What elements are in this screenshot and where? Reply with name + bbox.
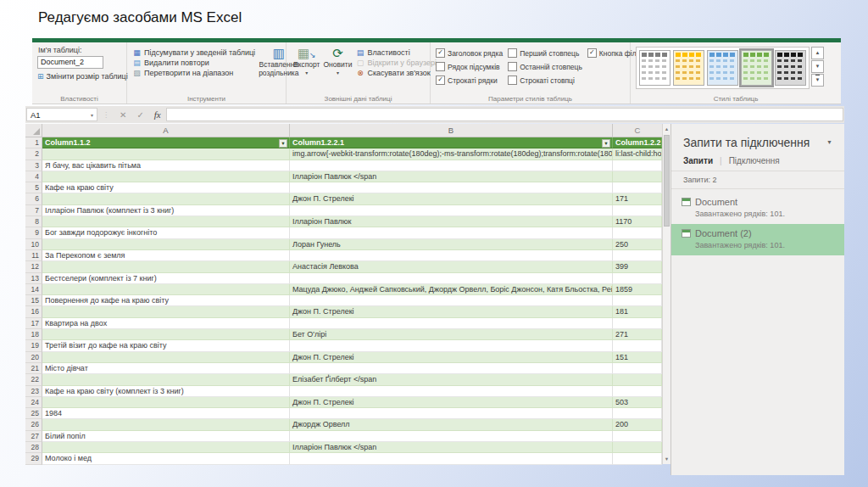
cell-a[interactable]: Бог завжди подорожує інкогніто: [42, 227, 290, 238]
row-number[interactable]: 2: [25, 148, 42, 160]
cell-b[interactable]: [290, 295, 613, 306]
cell-a[interactable]: [42, 419, 290, 430]
row-number[interactable]: 17: [25, 318, 42, 329]
row-number[interactable]: 12: [25, 261, 42, 272]
gallery-scroll-down-button[interactable]: ▼: [811, 60, 824, 73]
column-header-b[interactable]: B: [290, 124, 613, 137]
cell-b[interactable]: [290, 205, 613, 216]
cell-b[interactable]: Ілларіон Павлюк </span: [290, 442, 613, 453]
cell-c[interactable]: Column1.2.2.2.1: [613, 137, 662, 148]
table-properties-button[interactable]: ▤ Властивості: [355, 48, 436, 57]
cell-a[interactable]: За Перекопом є земля: [42, 250, 290, 261]
refresh-button[interactable]: ⟳ Оновити ▾: [322, 46, 354, 92]
cell-b[interactable]: Анастасія Левкова: [290, 261, 613, 272]
vertical-scrollbar[interactable]: ▲ ▼: [662, 124, 670, 464]
cell-b[interactable]: [290, 182, 613, 193]
scrollbar-thumb[interactable]: [664, 135, 670, 227]
cell-b[interactable]: [290, 363, 613, 374]
row-number[interactable]: 1: [25, 137, 42, 148]
row-number[interactable]: 9: [25, 227, 42, 238]
table-style-black[interactable]: [775, 50, 806, 86]
table-style-green[interactable]: [741, 50, 772, 86]
row-number[interactable]: 4: [25, 171, 42, 182]
cell-a[interactable]: [42, 284, 290, 295]
cell-b[interactable]: [290, 408, 613, 419]
scroll-up-arrow-icon[interactable]: ▲: [663, 124, 670, 134]
cell-a[interactable]: Кафе на краю світу (комплект із 3 книг): [42, 386, 290, 397]
cell-c[interactable]: 200: [613, 419, 662, 430]
row-number[interactable]: 19: [25, 340, 42, 351]
cell-a[interactable]: Квартира на двох: [42, 318, 290, 329]
cell-c[interactable]: li:last-child:hove: [613, 148, 662, 160]
column-header-a[interactable]: A: [42, 124, 290, 137]
row-number[interactable]: 21: [25, 363, 42, 374]
row-number[interactable]: 25: [25, 408, 42, 419]
cell-c[interactable]: 399: [613, 261, 662, 272]
row-number[interactable]: 23: [25, 386, 42, 397]
cell-b[interactable]: Лоран Гунель: [290, 239, 613, 250]
checkbox-unchecked-icon[interactable]: [436, 62, 445, 71]
cell-a[interactable]: Молоко і мед: [42, 453, 290, 464]
enter-icon[interactable]: ✓: [136, 110, 143, 120]
cell-c[interactable]: [613, 273, 662, 284]
checkbox-checked-icon[interactable]: ✓: [587, 48, 597, 58]
cell-a[interactable]: Білий попіл: [42, 431, 290, 442]
style-option-checkbox[interactable]: ✓Заголовок рядка: [436, 48, 503, 58]
cell-b[interactable]: [290, 340, 613, 351]
cell-c[interactable]: [613, 386, 662, 397]
cell-b[interactable]: Джон П. Стрелекі: [290, 193, 613, 204]
cell-c[interactable]: [613, 295, 662, 306]
cell-a[interactable]: [42, 306, 290, 317]
cell-b[interactable]: Джон П. Стрелекі: [290, 397, 613, 408]
row-number[interactable]: 10: [25, 239, 42, 250]
cell-b[interactable]: Джордж Орвелл: [290, 419, 613, 430]
table-style-yellow[interactable]: [673, 50, 704, 86]
cell-a[interactable]: [42, 171, 290, 182]
row-number[interactable]: 7: [25, 205, 42, 216]
select-all-corner[interactable]: [25, 124, 42, 137]
cell-b[interactable]: [290, 160, 613, 171]
filter-dropdown-icon[interactable]: ▼: [602, 139, 610, 148]
cell-a[interactable]: [42, 193, 290, 204]
row-number[interactable]: 3: [25, 160, 42, 171]
checkbox-unchecked-icon[interactable]: [508, 62, 517, 71]
formula-input[interactable]: [166, 108, 843, 121]
row-number[interactable]: 18: [25, 329, 42, 340]
cell-a[interactable]: Місто дівчат: [42, 363, 290, 374]
cell-c[interactable]: 151: [613, 352, 662, 363]
cell-a[interactable]: [42, 329, 290, 340]
cell-a[interactable]: Бестселери (комплект із 7 книг): [42, 273, 290, 284]
insert-function-icon[interactable]: fx: [154, 109, 161, 120]
cell-c[interactable]: [613, 182, 662, 193]
row-number[interactable]: 28: [25, 442, 42, 453]
cell-b[interactable]: [290, 386, 613, 397]
cell-a[interactable]: [42, 352, 290, 363]
style-option-checkbox[interactable]: Строкаті стовпці: [508, 76, 582, 85]
table-style-blue[interactable]: [707, 50, 738, 86]
table-name-input[interactable]: Document_2: [37, 56, 103, 69]
row-number[interactable]: 16: [25, 306, 42, 317]
checkbox-unchecked-icon[interactable]: [508, 76, 517, 85]
cell-c[interactable]: 250: [613, 239, 662, 250]
tab-queries[interactable]: Запити: [683, 156, 713, 165]
column-header-c[interactable]: C: [613, 124, 662, 137]
checkbox-checked-icon[interactable]: ✓: [436, 76, 445, 85]
cell-c[interactable]: [613, 431, 662, 442]
cell-b[interactable]: Ілларіон Павлюк: [290, 216, 613, 227]
cell-b[interactable]: Ілларіон Павлюк </span: [290, 171, 613, 182]
cell-b[interactable]: img.arrow{-webkit-transform:rotate(180de…: [290, 148, 613, 160]
cell-b[interactable]: Мацуда Джюко, Анджей Сапковський, Джордж…: [290, 284, 613, 295]
resize-table-button[interactable]: ⊞ Змінити розмір таблиці: [37, 72, 122, 81]
unlink-button[interactable]: ⊗ Скасувати зв'язок: [355, 69, 436, 77]
query-item[interactable]: DocumentЗавантажено рядків: 101.: [671, 193, 844, 224]
cell-c[interactable]: [613, 442, 662, 453]
convert-to-range-button[interactable]: ▨ Перетворити на діапазон: [132, 69, 255, 77]
row-number[interactable]: 26: [25, 419, 42, 430]
cell-c[interactable]: [613, 363, 662, 374]
row-number[interactable]: 13: [25, 273, 42, 284]
cell-c[interactable]: 171: [613, 193, 662, 204]
cell-b[interactable]: [290, 250, 613, 261]
query-item[interactable]: Document (2)Завантажено рядків: 101.: [671, 224, 844, 255]
gallery-more-button[interactable]: ▼: [811, 74, 824, 87]
cell-c[interactable]: [613, 340, 662, 351]
